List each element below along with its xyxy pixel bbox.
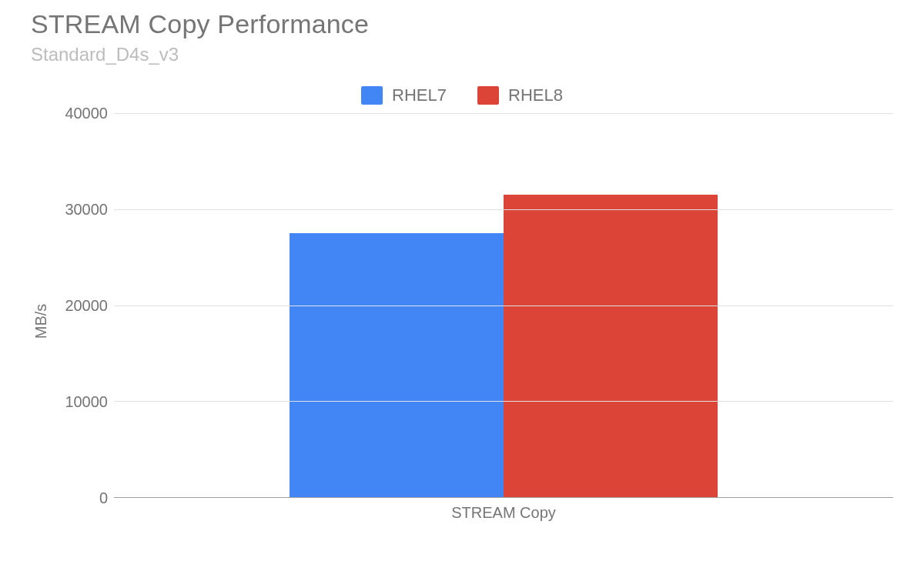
legend-item-rhel7: RHEL7 (361, 85, 447, 105)
y-axis-ticks: 010000200003000040000 (52, 113, 114, 498)
bar-rhel8 (504, 195, 718, 497)
chart-title: STREAM Copy Performance (31, 9, 893, 39)
y-tick: 10000 (65, 393, 108, 411)
bar-rhel7 (290, 233, 504, 497)
y-tick: 20000 (65, 297, 108, 315)
legend-item-rhel8: RHEL8 (477, 85, 563, 105)
legend: RHEL7 RHEL8 (31, 85, 893, 105)
y-axis-label: MB/s (33, 303, 51, 339)
y-axis-label-container: MB/s (31, 113, 52, 529)
chart: MB/s 010000200003000040000 STREAM Copy (31, 113, 893, 529)
gridline (114, 401, 893, 402)
y-tick: 40000 (65, 105, 108, 122)
x-axis-category-label: STREAM Copy (114, 498, 893, 529)
gridline (114, 209, 893, 210)
y-tick: 30000 (65, 201, 108, 219)
chart-subtitle: Standard_D4s_v3 (31, 44, 893, 65)
gridline (114, 306, 893, 306)
legend-label-rhel7: RHEL7 (392, 85, 447, 105)
plot-area (114, 113, 893, 498)
legend-label-rhel8: RHEL8 (508, 85, 563, 105)
legend-swatch-rhel7 (361, 86, 383, 105)
gridline (114, 113, 893, 114)
y-tick: 0 (99, 489, 108, 507)
legend-swatch-rhel8 (477, 86, 499, 105)
